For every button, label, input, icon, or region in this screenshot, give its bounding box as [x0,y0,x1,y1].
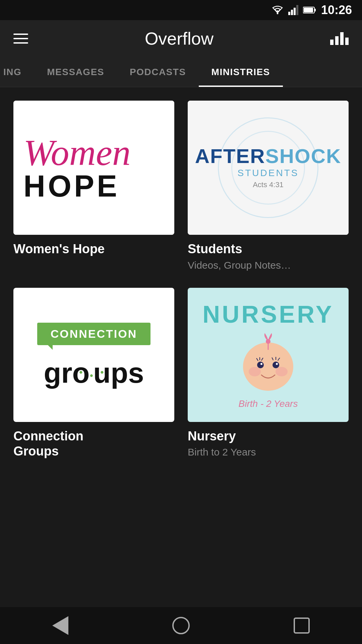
nursery-card-subtitle: Birth to 2 Years [188,446,349,458]
tab-ministries[interactable]: MINISTRIES [199,57,283,87]
aftershock-subtitle: STUDENTS [238,168,299,178]
nursery-age-range: Birth - 2 Years [239,398,298,409]
svg-point-14 [276,363,278,365]
svg-rect-2 [291,10,293,15]
svg-rect-1 [288,12,290,15]
svg-point-15 [266,339,270,344]
nursery-thumbnail: NURSERY [188,288,349,422]
svg-point-11 [257,362,264,368]
tab-podcasts[interactable]: PODCASTS [117,57,199,87]
ministry-card-connection-groups[interactable]: CONNECTION gro●ups ConnectionGroups [13,288,174,459]
top-bar: Overflow [0,20,362,57]
students-subtitle: Videos, Group Notes… [188,260,349,271]
svg-rect-3 [294,8,296,15]
nursery-card-title: Nursery [188,429,349,444]
svg-rect-6 [314,9,316,11]
baby-face-icon [236,331,300,395]
content-area: Women HOPE Women's Hope AFTERSHOCK STUDE… [0,87,362,466]
svg-rect-4 [296,5,298,15]
ministry-card-womens-hope[interactable]: Women HOPE Women's Hope [13,101,174,271]
ministry-card-students[interactable]: AFTERSHOCK STUDENTS Acts 4:31 Students V… [188,101,349,271]
connection-thumbnail: CONNECTION gro●ups [13,288,174,422]
tab-giving[interactable]: ING [0,57,34,87]
svg-rect-7 [304,8,313,12]
connection-groups-text: gro●ups [44,359,144,387]
tab-messages[interactable]: MESSAGES [34,57,117,87]
hamburger-menu[interactable] [13,34,28,44]
status-time: 10:26 [321,3,352,17]
analytics-icon[interactable] [330,32,349,45]
signal-icon [288,5,298,15]
connection-groups-title: ConnectionGroups [13,429,174,459]
svg-point-12 [273,362,279,368]
students-title: Students [188,241,349,257]
back-button[interactable] [49,614,72,637]
wifi-icon [272,5,284,15]
womens-hope-text2: HOPE [23,171,120,201]
connection-badge: CONNECTION [37,323,151,345]
svg-point-10 [276,367,288,376]
svg-point-0 [277,13,278,14]
nav-bar [0,607,362,644]
womens-hope-text1: Women [23,134,131,171]
womens-hope-title: Women's Hope [13,241,174,257]
students-thumbnail: AFTERSHOCK STUDENTS Acts 4:31 [188,101,349,235]
aftershock-verse: Acts 4:31 [253,180,284,189]
home-button[interactable] [169,614,193,637]
svg-point-9 [249,367,261,376]
tabs-bar: ING MESSAGES PODCASTS MINISTRIES [0,57,362,87]
ministry-grid: Women HOPE Women's Hope AFTERSHOCK STUDE… [13,101,349,459]
nursery-title-text: NURSERY [202,301,334,328]
app-title: Overflow [145,29,214,49]
status-icons: 10:26 [272,3,352,17]
womens-hope-thumbnail: Women HOPE [13,101,174,235]
aftershock-title: AFTERSHOCK [195,146,342,166]
battery-icon [303,6,316,14]
status-bar: 10:26 [0,0,362,20]
svg-point-13 [260,363,262,365]
recents-button[interactable] [290,614,313,637]
ministry-card-nursery[interactable]: NURSERY [188,288,349,459]
